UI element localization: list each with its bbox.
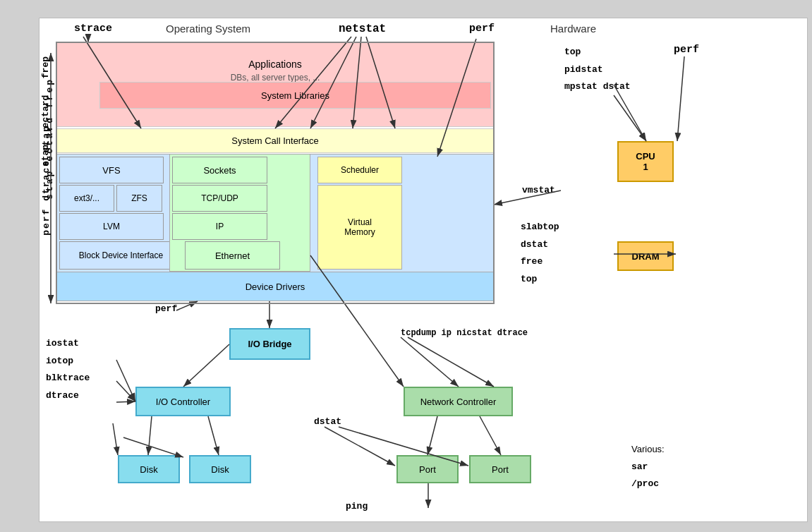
net-tools-label: tcpdump ip nicstat dtrace xyxy=(401,328,528,338)
top-label: top xyxy=(564,44,631,61)
pidstat-label: pidstat xyxy=(564,61,631,79)
strace-label: strace xyxy=(74,23,112,35)
mpstat-label: mpstat xyxy=(564,81,598,92)
os-label: Operating System xyxy=(166,23,250,35)
disk1-box: Disk xyxy=(118,455,180,483)
cpu-box: CPU 1 xyxy=(617,141,674,182)
dstat-net-label: dstat xyxy=(314,416,341,427)
ext3-box: ext3/... xyxy=(59,185,114,212)
perf-right-label: perf xyxy=(674,44,699,56)
block-device-interface-box: Block Device Interface xyxy=(59,241,183,270)
various-labels: Various: sar /proc xyxy=(631,441,665,493)
sar-label: sar xyxy=(631,459,665,476)
proc-label: /proc xyxy=(631,476,665,493)
perf-top-label: perf xyxy=(469,23,495,35)
sockets-box: Sockets xyxy=(172,157,267,183)
top2-label: top xyxy=(521,271,559,289)
various-label: Various: xyxy=(631,441,665,459)
zfs-box: ZFS xyxy=(116,185,162,212)
port1-box: Port xyxy=(396,455,459,483)
ping-label: ping xyxy=(346,501,368,512)
io-labels: iostat iotop blktrace dtrace xyxy=(46,335,90,405)
scheduler-box: Scheduler xyxy=(317,157,402,183)
hardware-label: Hardware xyxy=(550,23,596,35)
dram-box: DRAM xyxy=(617,241,674,271)
netstat-label: netstat xyxy=(339,23,386,35)
device-drivers-box: Device Drivers xyxy=(56,272,494,301)
vmstat-label: vmstat xyxy=(522,185,555,195)
perf-dd-label: perf xyxy=(155,303,177,314)
network-controller-box: Network Controller xyxy=(404,387,513,416)
diagram-container: Operating System Hardware strace netstat… xyxy=(0,0,812,532)
io-controller-box: I/O Controller xyxy=(135,387,231,416)
vertical-label-fix: perf dtrace stap xyxy=(41,53,51,307)
dtrace-io-label: dtrace xyxy=(46,387,90,405)
ethernet-box: Ethernet xyxy=(185,241,280,270)
syscall-box: System Call Interface xyxy=(56,128,494,153)
tcp-udp-box: TCP/UDP xyxy=(172,185,267,212)
free-label: free xyxy=(521,253,559,271)
dstat-mid-label: dstat xyxy=(521,236,559,254)
blktrace-label: blktrace xyxy=(46,370,90,387)
applications-label: Applications xyxy=(57,59,493,70)
vfs-box: VFS xyxy=(59,157,164,183)
iotop-label: iotop xyxy=(46,353,90,370)
disk2-box: Disk xyxy=(189,455,251,483)
lvm-box: LVM xyxy=(59,213,164,240)
virtual-memory-box: VirtualMemory xyxy=(317,185,402,270)
mem-labels: slabtop dstat free top xyxy=(521,219,559,289)
port2-box: Port xyxy=(469,455,531,483)
system-libraries-box: System Libraries xyxy=(99,82,491,109)
io-bridge-box: I/O Bridge xyxy=(229,328,310,360)
hw-tools-labels: top pidstat mpstat dstat xyxy=(564,44,631,96)
ip-box: IP xyxy=(172,213,267,240)
applications-section: Applications DBs, all server types, ... … xyxy=(56,42,494,127)
apps-sub-label: DBs, all server types, ... xyxy=(57,73,493,83)
mpstat-dstat-label: mpstat dstat xyxy=(564,78,631,96)
iostat-label: iostat xyxy=(46,335,90,353)
slabtop-label: slabtop xyxy=(521,219,559,236)
dstat-top-label: dstat xyxy=(603,81,631,92)
